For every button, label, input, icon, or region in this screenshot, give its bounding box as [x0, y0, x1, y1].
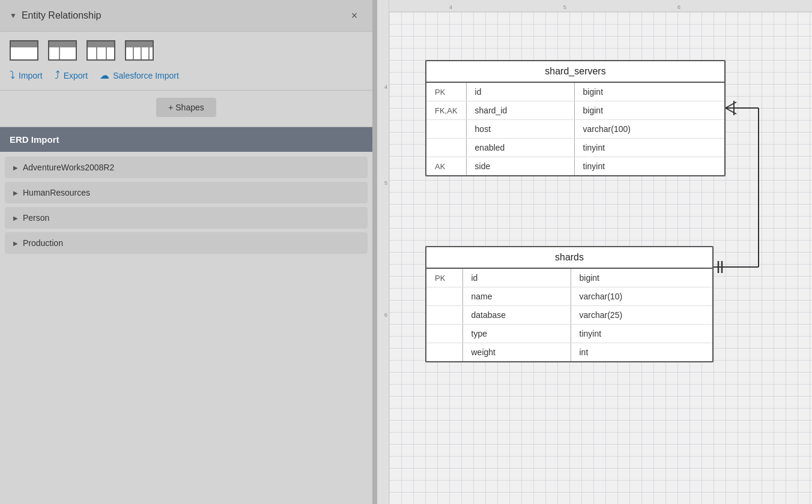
table-style-icon-1[interactable] — [10, 40, 38, 61]
table-row: FK,AK shard_id bigint — [426, 101, 724, 120]
panel-header: ▼ Entity Relationship × — [0, 0, 372, 32]
tree-item-label: Person — [23, 213, 49, 223]
erd-canvas: shard_servers PK id bigint FK,AK shard_i… — [389, 12, 812, 504]
ruler-tick-4: 4 — [449, 4, 452, 10]
ruler-left: 4 5 6 — [377, 0, 389, 504]
ruler-tick-left-6: 6 — [384, 312, 387, 318]
erd-import-header: ERD Import — [0, 127, 372, 152]
cell-type: bigint — [574, 83, 724, 101]
tree-item-label: Production — [23, 238, 63, 248]
export-icon: ⤴ — [55, 69, 60, 82]
cell-type: tinyint — [574, 157, 724, 176]
close-button[interactable]: × — [346, 7, 363, 24]
svg-line-4 — [726, 108, 736, 114]
panel-header-left: ▼ Entity Relationship — [10, 10, 101, 21]
import-label: Import — [19, 71, 43, 80]
left-panel: ▼ Entity Relationship × — [0, 0, 372, 504]
table-shard-servers[interactable]: shard_servers PK id bigint FK,AK shard_i… — [425, 60, 726, 176]
svg-line-3 — [726, 102, 736, 108]
table-shards-header: shards — [426, 247, 712, 269]
ruler-tick-left-4: 4 — [384, 84, 387, 90]
table-row: name varchar(10) — [426, 287, 712, 306]
shapes-section: + Shapes — [0, 91, 372, 127]
table-row: host varchar(100) — [426, 120, 724, 139]
cell-type: bigint — [574, 101, 724, 120]
erd-import-label: ERD Import — [10, 134, 59, 145]
tree-section: ▶ AdventureWorks2008R2 ▶ HumanResources … — [0, 152, 372, 504]
table-row: PK id bigint — [426, 83, 724, 101]
table-shards-body: PK id bigint name varchar(10) database v… — [426, 269, 712, 361]
cell-key: PK — [426, 83, 466, 101]
cell-key — [426, 343, 462, 362]
cell-name: database — [462, 306, 571, 325]
cell-name: weight — [462, 343, 571, 362]
cloud-icon: ☁ — [100, 70, 109, 81]
export-link[interactable]: ⤴ Export — [55, 69, 88, 82]
import-link[interactable]: ⤵ Import — [10, 69, 43, 82]
table-row: PK id bigint — [426, 269, 712, 287]
cell-name: host — [466, 120, 574, 139]
table-row: enabled tinyint — [426, 139, 724, 157]
action-row: ⤵ Import ⤴ Export ☁ Salesforce Import — [10, 69, 363, 82]
cell-type: varchar(25) — [571, 306, 712, 325]
cell-type: bigint — [571, 269, 712, 287]
table-row: database varchar(25) — [426, 306, 712, 325]
table-shards[interactable]: shards PK id bigint name varchar(10) da — [425, 246, 714, 362]
import-icon: ⤵ — [10, 69, 15, 82]
cell-key — [426, 325, 462, 343]
ruler-top: 4 5 6 — [377, 0, 812, 12]
tree-item-adventureworks[interactable]: ▶ AdventureWorks2008R2 — [5, 157, 368, 178]
export-label: Export — [64, 71, 88, 80]
table-style-icon-4[interactable] — [125, 40, 154, 61]
table-row: type tinyint — [426, 325, 712, 343]
table-shard-servers-header: shard_servers — [426, 61, 724, 83]
cell-key: PK — [426, 269, 462, 287]
ruler-tick-6: 6 — [677, 4, 680, 10]
chevron-right-icon: ▶ — [13, 215, 18, 221]
table-shard-servers-body: PK id bigint FK,AK shard_id bigint host … — [426, 83, 724, 175]
cell-key: AK — [426, 157, 466, 176]
icon-row — [10, 40, 363, 61]
cell-name: side — [466, 157, 574, 176]
panel-splitter[interactable] — [372, 0, 377, 504]
tree-item-humanresources[interactable]: ▶ HumanResources — [5, 182, 368, 203]
tree-item-label: HumanResources — [23, 188, 90, 197]
cell-key — [426, 139, 466, 157]
tree-item-production[interactable]: ▶ Production — [5, 232, 368, 254]
cell-name: id — [466, 83, 574, 101]
salesforce-link[interactable]: ☁ Salesforce Import — [100, 70, 179, 81]
cell-key — [426, 120, 466, 139]
chevron-right-icon: ▶ — [13, 240, 18, 247]
cell-type: tinyint — [574, 139, 724, 157]
salesforce-label: Salesforce Import — [113, 71, 179, 80]
table-row: weight int — [426, 343, 712, 362]
chevron-right-icon: ▶ — [13, 164, 18, 171]
toolbar: ⤵ Import ⤴ Export ☁ Salesforce Import — [0, 32, 372, 91]
cell-name: shard_id — [466, 101, 574, 120]
collapse-icon[interactable]: ▼ — [10, 11, 17, 20]
table-style-icon-3[interactable] — [86, 40, 115, 61]
table-row: AK side tinyint — [426, 157, 724, 176]
table-style-icon-2[interactable] — [48, 40, 77, 61]
chevron-right-icon: ▶ — [13, 190, 18, 196]
cell-key — [426, 287, 462, 306]
cell-type: int — [571, 343, 712, 362]
shapes-button[interactable]: + Shapes — [156, 98, 216, 117]
cell-type: tinyint — [571, 325, 712, 343]
tree-item-person[interactable]: ▶ Person — [5, 207, 368, 229]
cell-name: type — [462, 325, 571, 343]
cell-type: varchar(100) — [574, 120, 724, 139]
panel-title: Entity Relationship — [22, 10, 102, 21]
cell-key: FK,AK — [426, 101, 466, 120]
ruler-tick-left-5: 5 — [384, 180, 387, 186]
cell-name: name — [462, 287, 571, 306]
cell-type: varchar(10) — [571, 287, 712, 306]
cell-name: enabled — [466, 139, 574, 157]
tree-item-label: AdventureWorks2008R2 — [23, 163, 114, 172]
cell-name: id — [462, 269, 571, 287]
cell-key — [426, 306, 462, 325]
canvas-area[interactable]: 4 5 6 4 5 6 shard_servers — [377, 0, 812, 504]
ruler-tick-5: 5 — [563, 4, 566, 10]
